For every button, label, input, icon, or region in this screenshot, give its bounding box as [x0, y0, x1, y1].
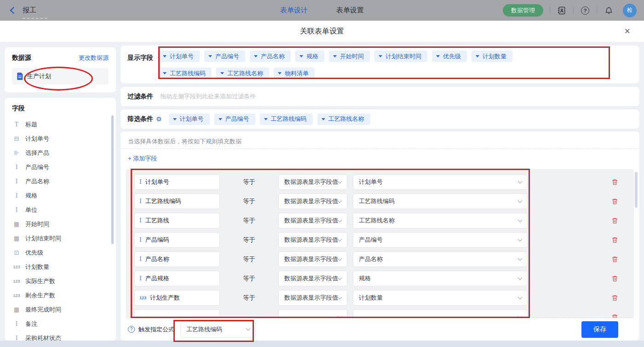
field-item[interactable]: 123计划数量: [12, 260, 116, 274]
delete-row-button[interactable]: [611, 178, 618, 186]
display-field-tags: 计划单号产品编号产品名称规格开始时间计划结束时间优先级计划数量工艺路线编码工艺路…: [159, 51, 628, 79]
field-item[interactable]: ⊡优先级: [12, 245, 116, 260]
form-document-icon: [17, 73, 23, 80]
tab-form-design[interactable]: 表单设计: [280, 6, 308, 15]
fill-rules-panel: 当选择具体数据后，将按如下规则填充数据 + 添加字段 I计划单号等于数据源表显示…: [121, 131, 639, 341]
field-item[interactable]: I采购耗材状态: [12, 331, 116, 341]
rule-value-select[interactable]: 工艺路线名称: [353, 213, 528, 228]
field-item[interactable]: ▦开始时间: [12, 217, 116, 231]
help-icon[interactable]: ?: [128, 326, 135, 333]
field-tag[interactable]: 产品编号: [204, 51, 245, 62]
number-field-icon: 123: [12, 265, 21, 269]
field-item[interactable]: ⊟计划单号: [12, 131, 116, 146]
rule-value-select[interactable]: 计划数量: [353, 290, 528, 306]
delete-row-button[interactable]: [611, 217, 618, 224]
rule-source-select[interactable]: 数据源表显示字段值: [278, 251, 347, 267]
close-icon[interactable]: ×: [624, 25, 630, 37]
field-tag[interactable]: 工艺路线名称: [216, 68, 269, 79]
rule-value-select[interactable]: 计划单号: [353, 174, 528, 190]
rule-source-select[interactable]: 数据源表显示字段值: [278, 271, 347, 286]
rule-field-input[interactable]: I产品规格: [134, 271, 220, 286]
field-tag[interactable]: 产品名称: [250, 51, 291, 62]
delete-row-button[interactable]: [611, 313, 618, 318]
field-item-label: 计划结束时间: [25, 234, 61, 243]
field-tag[interactable]: 计划结束时间: [374, 51, 427, 62]
rules-scrollbar[interactable]: [635, 172, 638, 208]
caret-down-icon: [220, 72, 224, 74]
delete-row-button[interactable]: [611, 198, 618, 205]
datasource-item[interactable]: 生产计划: [12, 68, 109, 85]
field-tag[interactable]: 产品编号: [214, 114, 255, 125]
delete-row-button[interactable]: [611, 294, 618, 301]
change-datasource-link[interactable]: 更改数据源: [79, 54, 109, 62]
field-tag[interactable]: 物料清单: [274, 68, 315, 79]
field-item[interactable]: I备注: [12, 317, 116, 331]
rule-source-select[interactable]: [278, 309, 347, 318]
rule-value-select[interactable]: 工艺路线编码: [353, 193, 528, 209]
rule-field-input[interactable]: [134, 309, 220, 318]
field-tag[interactable]: 计划单号: [159, 51, 200, 62]
rule-operator: 等于: [243, 178, 255, 186]
field-item[interactable]: ▦最终完成时间: [12, 302, 116, 317]
delete-row-button[interactable]: [611, 256, 618, 263]
rule-value-select[interactable]: 规格: [353, 271, 528, 286]
field-tag[interactable]: 规格: [295, 51, 324, 62]
field-tag[interactable]: 开始时间: [329, 51, 370, 62]
delete-row-button[interactable]: [611, 275, 618, 282]
field-item[interactable]: 123实际生产数: [12, 274, 116, 288]
field-item[interactable]: ⊪选择产品: [12, 146, 116, 160]
field-item[interactable]: I产品名称: [12, 174, 116, 188]
rule-field-label: 产品名称: [145, 255, 169, 263]
select-field-icon: ⊡: [12, 249, 21, 256]
rule-value-select[interactable]: [353, 309, 528, 318]
field-tag[interactable]: 计划单号: [169, 114, 210, 125]
rule-value-select[interactable]: 产品名称: [353, 251, 528, 267]
field-item-label: 优先级: [25, 249, 43, 257]
rule-source-select[interactable]: 数据源表显示字段值: [278, 232, 347, 248]
field-item[interactable]: I规格: [12, 188, 116, 203]
field-tag-label: 物料清单: [285, 69, 309, 78]
delete-row-button[interactable]: [611, 236, 618, 244]
field-item[interactable]: 123剩余生产数: [12, 288, 116, 302]
field-item[interactable]: ▦计划结束时间: [12, 231, 116, 245]
rule-field-input[interactable]: I工艺路线: [134, 213, 220, 228]
chevron-down-icon: [518, 295, 523, 299]
field-tag-label: 规格: [306, 52, 318, 61]
field-tag[interactable]: 优先级: [432, 51, 467, 62]
field-tag[interactable]: 工艺路线编码: [260, 114, 313, 125]
rule-source-select[interactable]: 数据源表显示字段值: [278, 213, 347, 228]
field-tag[interactable]: 计划数量: [472, 51, 512, 62]
field-tag-label: 开始时间: [340, 52, 364, 61]
filter-drop-placeholder[interactable]: 拖动左侧字段到此处来添加过滤条件: [160, 92, 256, 101]
text-field-icon: I: [12, 192, 21, 199]
field-tag[interactable]: 工艺路线名称: [317, 114, 370, 125]
rule-field-input[interactable]: I工艺路线编码: [134, 193, 220, 209]
fields-panel: 字段 T标题⊟计划单号⊪选择产品I产品编号I产品名称I规格I单位▦开始时间▦计划…: [5, 98, 116, 341]
gear-icon[interactable]: ⚙: [156, 115, 162, 123]
chevron-down-icon: [518, 237, 523, 241]
rule-field-input[interactable]: I计划单号: [134, 174, 220, 190]
rule-field-input[interactable]: I产品名称: [134, 251, 220, 267]
trigger-formula-select[interactable]: 工艺路线编码: [180, 321, 256, 338]
rule-value-select[interactable]: 产品编号: [353, 232, 528, 248]
tab-form-settings[interactable]: 表单设置: [336, 6, 364, 15]
add-field-link[interactable]: + 添加字段: [128, 154, 157, 163]
rule-field-input[interactable]: I产品编码: [134, 232, 220, 248]
rule-source-select-value: 数据源表显示字段值: [284, 197, 338, 205]
fields-scrollbar[interactable]: [111, 115, 114, 244]
rule-source-select[interactable]: 数据源表显示字段值: [278, 174, 347, 190]
caret-down-icon: [299, 55, 303, 57]
field-tag[interactable]: 工艺路线编码: [159, 68, 212, 79]
rule-field-input[interactable]: 123计划生产数: [134, 290, 220, 306]
save-button[interactable]: 保存: [581, 321, 618, 338]
display-fields-panel: 显示字段 + 计划单号产品编号产品名称规格开始时间计划结束时间优先级计划数量工艺…: [121, 46, 639, 83]
field-item[interactable]: I单位: [12, 203, 116, 217]
rule-source-select[interactable]: 数据源表显示字段值: [278, 193, 347, 209]
rule-field-label: 计划生产数: [150, 294, 180, 302]
rule-value-select-value: 工艺路线名称: [359, 216, 395, 225]
field-tag-label: 计划结束时间: [385, 52, 421, 61]
field-item[interactable]: T标题: [12, 117, 116, 131]
rule-source-select[interactable]: 数据源表显示字段值: [278, 290, 347, 306]
field-item[interactable]: I产品编号: [12, 160, 116, 174]
fill-rule-row: I产品编码等于数据源表显示字段值产品编号: [126, 232, 634, 248]
